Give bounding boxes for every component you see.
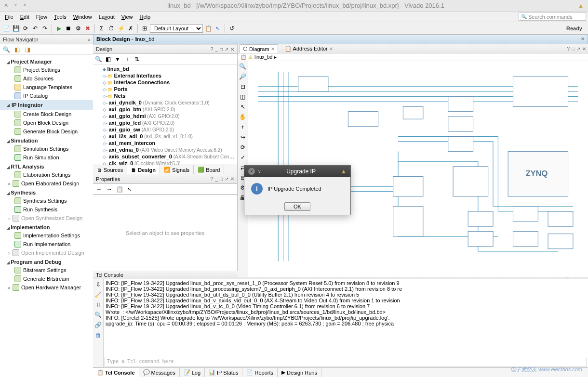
run-icon[interactable]: ▶ xyxy=(54,24,63,33)
nav-section[interactable]: Synthesis xyxy=(0,188,93,196)
expand-icon[interactable]: ∨ xyxy=(14,2,17,9)
maximize-icon[interactable]: □ xyxy=(572,46,575,52)
menu-layout[interactable]: Layout xyxy=(96,13,118,21)
menu-tools[interactable]: Tools xyxy=(51,13,69,21)
nav-item[interactable]: Run Simulation xyxy=(0,153,93,162)
add-icon[interactable]: + xyxy=(123,55,132,64)
design-tree-row[interactable]: linux_bd xyxy=(94,65,236,72)
x-icon[interactable]: ✗ xyxy=(126,24,135,33)
tab-design-runs[interactable]: ▶ Design Runs xyxy=(278,368,321,377)
help-icon[interactable]: ? xyxy=(211,47,214,52)
add-ip-icon[interactable]: + xyxy=(239,123,247,131)
search-commands[interactable]: Search commands xyxy=(519,13,586,21)
nav-item[interactable]: Language Templates xyxy=(0,83,93,91)
zoom-sel-icon[interactable]: ◫ xyxy=(239,92,247,101)
gear-icon[interactable]: ⚙ xyxy=(74,24,82,33)
close-icon[interactable]: ✕ xyxy=(582,46,586,52)
nav-item[interactable]: Generate Block Design xyxy=(0,127,93,136)
nav-item[interactable]: Simulation Settings xyxy=(0,144,93,153)
back-icon[interactable]: ← xyxy=(95,185,104,194)
minimize-icon[interactable]: _ xyxy=(215,176,218,182)
save-icon[interactable]: 💾 xyxy=(12,24,20,33)
dialog-expand-icon[interactable]: ∨ xyxy=(258,169,261,174)
design-tree-row[interactable]: axi_gpio_hdmi (AXI GPIO:2.0) xyxy=(94,113,236,119)
make-ext-icon[interactable]: ↪ xyxy=(239,133,247,142)
pointer-icon[interactable]: ↖ xyxy=(125,185,134,194)
validate-icon[interactable]: ✓ xyxy=(239,153,247,162)
link-icon[interactable]: 🔗 xyxy=(94,321,103,329)
tab-design[interactable]: 🗎 Design xyxy=(127,165,160,174)
sort-icon[interactable]: ⇅ xyxy=(133,55,141,64)
undo-icon[interactable]: ↶ xyxy=(31,24,40,33)
tab-board[interactable]: 🟩 Board xyxy=(194,165,224,174)
select-icon[interactable]: ↖ xyxy=(239,103,247,111)
nav-item[interactable]: Add Sources xyxy=(0,74,93,83)
nav-section[interactable]: Simulation xyxy=(0,136,93,144)
breadcrumb[interactable]: linux_bd xyxy=(254,54,272,60)
help-icon[interactable]: ? xyxy=(211,176,214,182)
nav-item[interactable]: Implementation Settings xyxy=(0,231,93,240)
nav-item[interactable]: Generate Bitstream xyxy=(0,274,93,283)
tab-diagram[interactable]: ⬡ Diagram ✕ xyxy=(240,44,278,53)
maximize-icon[interactable]: □ xyxy=(220,47,223,52)
nav-item[interactable]: Synthesis Settings xyxy=(0,196,93,205)
design-tree-row[interactable]: Interface Connections xyxy=(94,79,236,86)
collapse-icon[interactable]: ◧ xyxy=(104,55,112,64)
refresh-icon[interactable]: ⟳ xyxy=(21,24,30,33)
menu-view[interactable]: View xyxy=(119,13,136,21)
clock-icon[interactable]: ⏱ xyxy=(107,24,116,33)
nav-item[interactable]: ▹ Open Elaborated Design xyxy=(0,179,93,188)
nav-icon[interactable]: 📋 xyxy=(204,24,213,33)
scroll-lock-icon[interactable]: ⇩ xyxy=(94,280,103,289)
help-icon[interactable]: ? xyxy=(567,46,570,52)
zoom-out-icon[interactable]: 🔎 xyxy=(239,72,247,81)
nav-item[interactable]: IP Catalog xyxy=(0,91,93,100)
restore-icon[interactable]: ↺ xyxy=(227,24,236,33)
close-icon[interactable]: ✕ xyxy=(230,47,234,52)
nav-section[interactable]: Project Manager xyxy=(0,57,93,65)
tab-address-editor[interactable]: 📋 Address Editor ✕ xyxy=(282,45,336,53)
nav-section[interactable]: Implementation xyxy=(0,222,93,231)
nav-section[interactable]: RTL Analysis xyxy=(0,162,93,170)
sync-icon[interactable]: 📋 xyxy=(115,185,124,194)
tab-messages[interactable]: 💬 Messages xyxy=(139,368,180,377)
close-tab-icon[interactable]: ✕ xyxy=(329,46,333,52)
nav-item[interactable]: Open Block Design xyxy=(0,118,93,127)
search-icon[interactable]: 🔍 xyxy=(94,311,103,319)
power-icon[interactable]: ⚡ xyxy=(117,24,125,33)
maximize-icon[interactable]: □ xyxy=(220,176,223,182)
menu-file[interactable]: File xyxy=(2,13,16,21)
design-tree-row[interactable]: Nets xyxy=(94,92,236,99)
design-tree-row[interactable]: axi_gpio_btn (AXI GPIO:2.0) xyxy=(94,106,236,113)
design-tree-row[interactable]: axi_gpio_sw (AXI GPIO:2.0) xyxy=(94,126,236,133)
design-tree-row[interactable]: axi_i2s_adi_0 (axi_i2s_adi_v1_0:1.0) xyxy=(94,133,236,140)
zoom-fit-icon[interactable]: ⊡ xyxy=(239,82,247,91)
trash-icon[interactable]: 🗑 xyxy=(94,331,103,339)
collapse-all-icon[interactable]: ◧ xyxy=(13,45,21,54)
tcl-input[interactable]: Type a Tcl command here xyxy=(105,358,587,366)
layout-icon[interactable]: ⊞ xyxy=(140,24,149,33)
close-icon[interactable]: ✕ xyxy=(4,2,8,9)
design-tree-row[interactable]: Ports xyxy=(94,86,236,92)
redo-icon[interactable]: ↷ xyxy=(40,24,49,33)
nav-section[interactable]: IP Integrator xyxy=(0,100,93,110)
maximize-icon[interactable]: ∧ xyxy=(23,2,27,9)
design-tree-row[interactable]: External Interfaces xyxy=(94,72,236,79)
regenerate-icon[interactable]: ⟳ xyxy=(239,143,247,152)
design-tree-row[interactable]: axi_gpio_led (AXI GPIO:2.0) xyxy=(94,119,236,126)
dialog-close-icon[interactable]: ✕ xyxy=(248,168,255,175)
sum-icon[interactable]: Σ xyxy=(97,24,106,33)
ok-button[interactable]: OK xyxy=(284,202,310,211)
filter-icon[interactable]: ▼ xyxy=(113,55,122,64)
restore-icon[interactable]: ↗ xyxy=(225,176,228,182)
stop-icon[interactable]: ⏹ xyxy=(64,24,73,33)
design-tree-row[interactable]: axi_mem_intercon xyxy=(94,140,236,146)
restore-icon[interactable]: ↗ xyxy=(576,46,580,52)
nav-item[interactable]: Elaboration Settings xyxy=(0,170,93,179)
pan-icon[interactable]: ✋ xyxy=(239,113,247,121)
close-tab-icon[interactable]: ✕ xyxy=(271,46,275,52)
menu-flow[interactable]: Flow xyxy=(33,13,50,21)
tab-log[interactable]: 📝 Log xyxy=(180,368,205,377)
layout-select[interactable]: Default Layout xyxy=(150,24,203,33)
tab-sources[interactable]: 🗎 Sources xyxy=(93,165,127,174)
